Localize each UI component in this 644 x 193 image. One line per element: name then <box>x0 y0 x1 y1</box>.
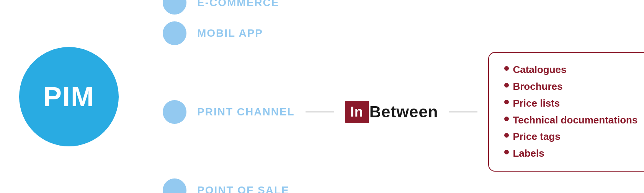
bullet-dot-labels <box>504 150 509 154</box>
channel-label-mobil-app: MOBIL APP <box>197 27 263 39</box>
output-box: Catalogues Brochures Price lists Te <box>488 52 644 172</box>
channels-list: E-COMMERCE MOBIL APP PRINT CHANNEL In Be… <box>163 0 644 193</box>
pim-circle: PIM <box>19 47 119 146</box>
output-item-labels: Labels <box>504 147 637 160</box>
channel-row-point-of-sale: POINT OF SALE <box>163 178 644 193</box>
output-label-catalogues: Catalogues <box>513 63 566 76</box>
logo-in-text: In <box>345 101 369 123</box>
output-item-price-tags: Price tags <box>504 130 637 143</box>
channel-dot-point-of-sale <box>163 178 186 193</box>
bullet-dot-catalogues <box>504 66 509 71</box>
output-item-technical: Technical documentations <box>504 114 637 127</box>
output-item-price-lists: Price lists <box>504 97 637 110</box>
connector-line-left <box>306 112 334 112</box>
bullet-dot-price-tags <box>504 133 509 138</box>
channel-row-print-channel: PRINT CHANNEL In Between Catalogues <box>163 52 644 172</box>
output-label-brochures: Brochures <box>513 80 562 93</box>
bullet-dot-technical <box>504 117 509 121</box>
channel-row-mobil-app: MOBIL APP <box>163 21 644 45</box>
channel-label-print-channel: PRINT CHANNEL <box>197 106 295 118</box>
channel-dot-mobil-app <box>163 21 186 45</box>
pim-label: PIM <box>43 81 95 112</box>
channel-dot-ecommerce <box>163 0 186 15</box>
main-diagram: PIM E-COMMERCE MOBIL APP PRINT CHANNEL I… <box>0 0 644 193</box>
channels-connector-section: E-COMMERCE MOBIL APP PRINT CHANNEL In Be… <box>140 8 625 185</box>
channel-dot-print-channel <box>163 100 186 124</box>
connector-line-right <box>449 112 477 112</box>
bullet-dot-price-lists <box>504 100 509 104</box>
logo-between-text: Between <box>369 103 438 121</box>
bullet-dot-brochures <box>504 83 509 88</box>
output-item-catalogues: Catalogues <box>504 63 637 76</box>
output-item-brochures: Brochures <box>504 80 637 93</box>
output-label-price-lists: Price lists <box>513 97 560 110</box>
channel-label-ecommerce: E-COMMERCE <box>197 0 279 9</box>
output-label-technical: Technical documentations <box>513 114 637 127</box>
output-label-price-tags: Price tags <box>513 130 560 143</box>
output-label-labels: Labels <box>513 147 544 160</box>
inbetween-logo: In Between <box>345 101 438 123</box>
channel-label-point-of-sale: POINT OF SALE <box>197 184 289 193</box>
output-list: Catalogues Brochures Price lists Te <box>504 63 637 160</box>
channel-row-ecommerce: E-COMMERCE <box>163 0 644 15</box>
